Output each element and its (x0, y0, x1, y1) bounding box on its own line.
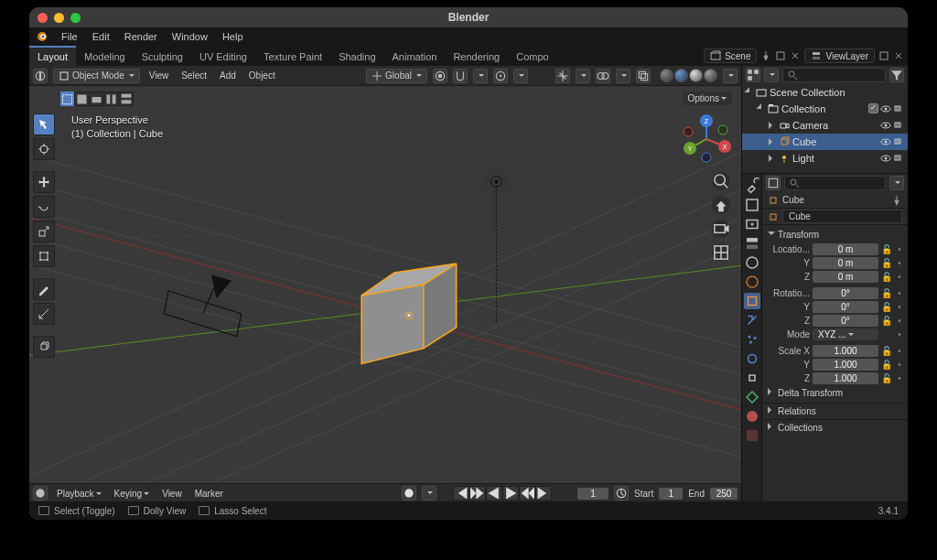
workspace-rendering[interactable]: Rendering (445, 46, 508, 66)
tool-move[interactable] (33, 171, 55, 193)
end-frame-field[interactable]: 250 (710, 488, 738, 500)
select-mode-lasso[interactable] (104, 92, 119, 106)
ptab-viewlayer[interactable] (744, 235, 760, 252)
orientation-selector[interactable]: Global (366, 69, 427, 83)
snap-button[interactable] (453, 69, 468, 83)
tool-scale[interactable] (33, 221, 55, 242)
select-mode-box[interactable] (75, 92, 90, 106)
nav-zoom-button[interactable] (712, 172, 730, 190)
outliner-collection[interactable]: Collection (742, 101, 908, 117)
disclosure-icon[interactable] (769, 155, 776, 162)
tool-transform[interactable] (33, 245, 55, 267)
rotation-x-field[interactable]: 0° (813, 287, 878, 299)
tool-add-cube[interactable] (33, 336, 55, 358)
tool-annotate[interactable] (33, 278, 55, 300)
overlay-visibility-button[interactable] (596, 69, 610, 83)
tool-options-button[interactable]: Options (683, 92, 732, 105)
props-search-input[interactable] (802, 178, 881, 188)
ptab-particles[interactable] (744, 331, 760, 348)
lock-icon[interactable]: 🔓 (881, 244, 892, 254)
ptab-world[interactable] (744, 274, 760, 290)
play-button[interactable] (502, 486, 519, 501)
delete-scene-icon[interactable] (790, 50, 801, 61)
workspace-texturepaint[interactable]: Texture Paint (255, 46, 330, 66)
proportional-button[interactable] (493, 69, 508, 83)
menu-edit[interactable]: Edit (86, 29, 116, 44)
timeline-view-menu[interactable]: View (158, 489, 186, 499)
panel-collections-header[interactable]: Collections (762, 419, 908, 436)
eye-icon[interactable] (880, 153, 891, 164)
timeline-editor-type[interactable] (33, 486, 48, 501)
editor-type-button[interactable] (33, 69, 48, 83)
render-icon[interactable] (893, 120, 904, 131)
jump-prev-keyframe-button[interactable] (469, 486, 486, 501)
nav-gizmo[interactable]: X Y Z (681, 113, 732, 165)
outliner-display-mode[interactable] (764, 68, 779, 82)
outliner-search[interactable] (782, 68, 886, 82)
jump-next-keyframe-button[interactable] (519, 486, 535, 501)
outliner-item-camera[interactable]: Camera (742, 117, 908, 134)
ptab-render[interactable] (744, 197, 760, 213)
tool-rotate[interactable] (33, 196, 55, 218)
disclosure-icon[interactable] (756, 103, 766, 113)
proportional-options-button[interactable] (513, 69, 528, 83)
shading-solid[interactable] (674, 69, 688, 82)
nav-camera-button[interactable] (712, 220, 730, 238)
overlay-options-button[interactable] (616, 69, 630, 83)
select-mode-tweak[interactable] (60, 92, 75, 106)
rotation-mode-select[interactable]: XYZ ... (813, 328, 878, 340)
autokey-options[interactable] (422, 486, 436, 501)
props-search[interactable] (784, 176, 886, 190)
pivot-button[interactable] (433, 69, 447, 83)
select-mode-extend[interactable] (119, 92, 134, 106)
shading-options-button[interactable] (723, 69, 738, 83)
location-z-field[interactable]: 0 m (813, 271, 878, 283)
timeline-marker-menu[interactable]: Marker (191, 489, 227, 499)
play-reverse-button[interactable] (486, 486, 502, 501)
scene-selector[interactable]: Scene (704, 48, 757, 63)
eye-icon[interactable] (880, 120, 891, 131)
tool-measure[interactable] (33, 303, 55, 325)
view3d-menu-object[interactable]: Object (245, 70, 279, 81)
scale-z-field[interactable]: 1.000 (813, 372, 878, 384)
new-viewlayer-icon[interactable] (878, 50, 889, 61)
blender-logo-icon[interactable] (35, 29, 49, 44)
ptab-modifiers[interactable] (744, 312, 760, 328)
render-icon[interactable] (893, 103, 904, 114)
nav-pan-button[interactable] (712, 196, 730, 214)
workspace-modeling[interactable]: Modeling (76, 46, 134, 66)
props-options[interactable] (889, 176, 904, 190)
disclosure-icon[interactable] (769, 138, 776, 145)
eye-icon[interactable] (880, 136, 891, 147)
tool-cursor[interactable] (33, 138, 55, 160)
jump-end-button[interactable] (535, 486, 552, 501)
ptab-tool[interactable] (744, 178, 760, 194)
panel-relations-header[interactable]: Relations (762, 403, 908, 419)
disclosure-icon[interactable] (769, 122, 776, 129)
outliner-item-cube[interactable]: Cube (742, 134, 908, 150)
outliner-filter-button[interactable] (889, 68, 904, 82)
render-icon[interactable] (893, 136, 904, 147)
ptab-material[interactable] (744, 408, 760, 425)
workspace-shading[interactable]: Shading (330, 46, 383, 66)
collection-enable-checkbox[interactable] (868, 103, 878, 113)
nav-perspective-button[interactable] (712, 243, 730, 262)
frame-range-lock[interactable] (614, 486, 629, 501)
ptab-scene[interactable] (744, 254, 760, 271)
render-icon[interactable] (893, 153, 904, 164)
shading-rendered[interactable] (704, 69, 717, 82)
props-editor-type[interactable] (766, 176, 781, 190)
current-frame-field[interactable]: 1 (577, 488, 609, 500)
pin-icon[interactable] (760, 50, 771, 61)
scale-y-field[interactable]: 1.000 (813, 359, 878, 371)
gizmo-options-button[interactable] (576, 69, 590, 83)
menu-help[interactable]: Help (216, 29, 250, 44)
eye-icon[interactable] (880, 103, 891, 114)
ptab-object[interactable] (744, 293, 760, 309)
tool-select-box[interactable] (33, 113, 55, 135)
rotation-z-field[interactable]: 0° (813, 315, 878, 327)
select-mode-circle[interactable] (90, 92, 104, 106)
jump-start-button[interactable] (453, 486, 469, 501)
pin-icon[interactable] (891, 195, 902, 206)
shading-wireframe[interactable] (660, 69, 673, 82)
